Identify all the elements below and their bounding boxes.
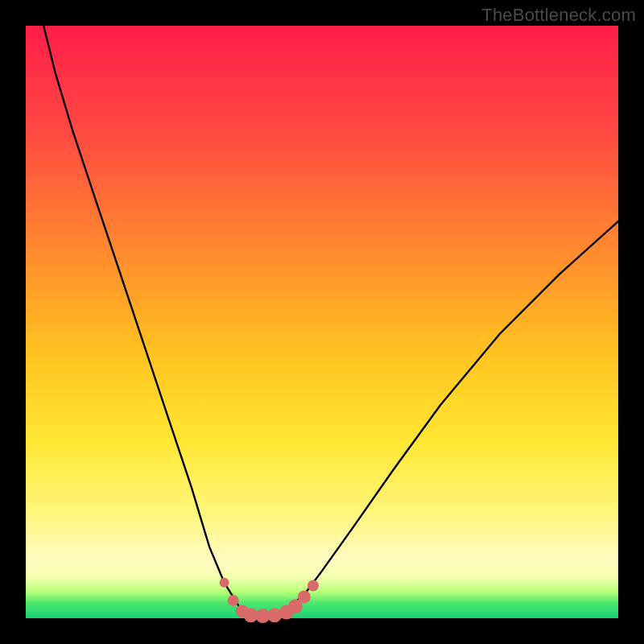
bottom-markers xyxy=(220,578,319,623)
marker-dot xyxy=(228,595,239,606)
marker-dot xyxy=(220,578,229,588)
marker-dot xyxy=(308,580,319,592)
chart-frame: TheBottleneck.com xyxy=(0,0,644,644)
watermark-text: TheBottleneck.com xyxy=(481,5,636,26)
marker-dot xyxy=(298,591,311,604)
chart-svg xyxy=(26,26,618,618)
bottleneck-curve xyxy=(43,26,618,615)
plot-area xyxy=(26,26,618,618)
